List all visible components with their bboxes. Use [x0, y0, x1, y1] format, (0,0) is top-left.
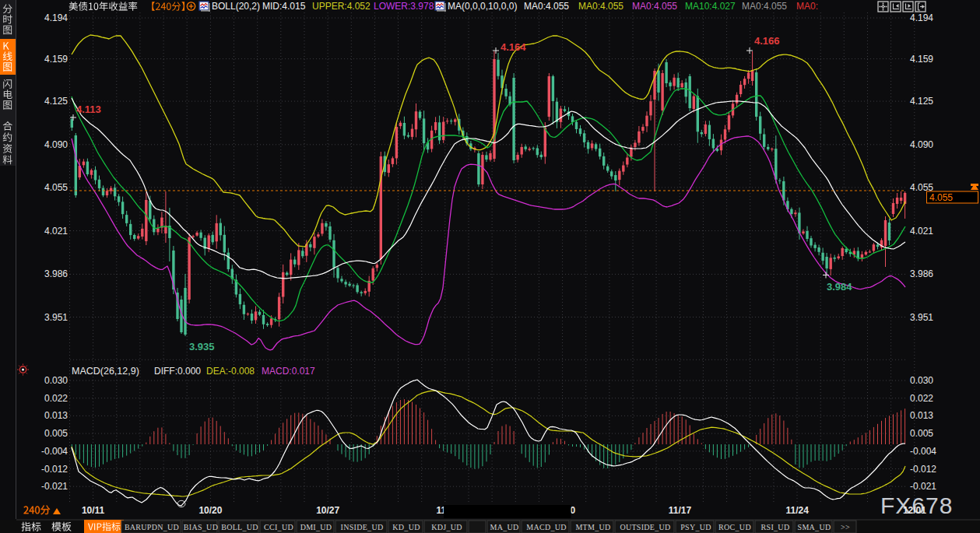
svg-text:3.951: 3.951: [910, 312, 933, 323]
svg-text:4.194: 4.194: [44, 12, 68, 23]
svg-text:UPPER:4.052: UPPER:4.052: [312, 1, 371, 12]
svg-text:ROC_UD: ROC_UD: [718, 523, 751, 531]
svg-text:SMA_UD: SMA_UD: [798, 523, 831, 531]
svg-text:10/27: 10/27: [316, 505, 339, 516]
svg-text:MA0:4.055: MA0:4.055: [632, 1, 677, 12]
svg-text:MA(0,0,0,10,0,0): MA(0,0,0,10,0,0): [448, 1, 517, 12]
svg-text:-0.012: -0.012: [910, 464, 936, 475]
svg-text:10/11: 10/11: [82, 505, 105, 516]
svg-text:BIAS_UD: BIAS_UD: [184, 523, 218, 531]
svg-text:4.159: 4.159: [910, 54, 933, 65]
svg-text:0.005: 0.005: [910, 428, 933, 439]
svg-text:0.013: 0.013: [44, 410, 68, 421]
svg-text:-0.004: -0.004: [910, 446, 936, 457]
svg-text:0.030: 0.030: [910, 375, 933, 386]
svg-text:-0.012: -0.012: [41, 464, 68, 475]
svg-text:4.090: 4.090: [910, 139, 933, 150]
svg-text:4.194: 4.194: [910, 12, 933, 23]
svg-text:MA0:4.055: MA0:4.055: [742, 1, 787, 12]
svg-text:MTM_UD: MTM_UD: [575, 523, 610, 531]
svg-text:4.090: 4.090: [44, 139, 68, 150]
svg-text:MA_UD: MA_UD: [490, 523, 518, 531]
svg-text:-0.021: -0.021: [910, 481, 936, 492]
svg-text:DEA:-0.008: DEA:-0.008: [206, 366, 255, 377]
svg-text:0.005: 0.005: [44, 428, 68, 439]
svg-text:3.935: 3.935: [189, 341, 215, 352]
svg-text:3.984: 3.984: [827, 281, 852, 293]
svg-text:0.013: 0.013: [910, 410, 933, 421]
svg-text:MA0:: MA0:: [796, 1, 818, 12]
svg-text:0.030: 0.030: [44, 375, 68, 386]
svg-text:0.022: 0.022: [44, 393, 68, 404]
svg-text:0.022: 0.022: [910, 393, 933, 404]
svg-text:DIFF:0.000: DIFF:0.000: [154, 366, 201, 377]
svg-text:4.021: 4.021: [910, 226, 933, 237]
svg-text:>>: >>: [841, 523, 850, 531]
svg-text:4.166: 4.166: [754, 35, 780, 47]
svg-text:4.055: 4.055: [910, 182, 933, 193]
svg-text:CCI_UD: CCI_UD: [264, 523, 293, 531]
svg-text:OUTSIDE_UD: OUTSIDE_UD: [620, 523, 670, 531]
svg-text:4.055: 4.055: [44, 182, 68, 193]
svg-text:DMI_UD: DMI_UD: [300, 523, 332, 531]
svg-text:MA0:4.055: MA0:4.055: [578, 1, 623, 12]
svg-text:KDJ_UD: KDJ_UD: [431, 523, 462, 531]
svg-text:3.986: 3.986: [910, 268, 933, 279]
svg-text:3.986: 3.986: [44, 268, 68, 279]
svg-text:MACD:0.017: MACD:0.017: [262, 366, 315, 377]
svg-text:RSI_UD: RSI_UD: [761, 523, 790, 531]
svg-text:INSIDE_UD: INSIDE_UD: [341, 523, 384, 531]
svg-text:11/24: 11/24: [786, 505, 810, 516]
svg-text:4.055: 4.055: [929, 192, 953, 203]
svg-text:MID:4.015: MID:4.015: [262, 1, 306, 12]
svg-text:BARUPDN_UD: BARUPDN_UD: [125, 523, 179, 531]
svg-text:11/17: 11/17: [669, 505, 692, 516]
svg-text:MA10:4.027: MA10:4.027: [685, 1, 736, 12]
svg-text:MACD(26,12,9): MACD(26,12,9): [72, 366, 139, 377]
svg-text:4.125: 4.125: [44, 96, 68, 107]
svg-text:KD_UD: KD_UD: [392, 523, 420, 531]
svg-text:10/20: 10/20: [198, 505, 222, 516]
svg-text:12/01: 12/01: [903, 505, 926, 516]
svg-text:-0.021: -0.021: [41, 481, 68, 492]
svg-text:4.125: 4.125: [910, 96, 933, 107]
svg-text:4.113: 4.113: [76, 103, 101, 115]
svg-text:MACD_UD: MACD_UD: [526, 523, 567, 531]
svg-text:PSY_UD: PSY_UD: [680, 523, 711, 531]
svg-text:-0.004: -0.004: [41, 446, 68, 457]
svg-text:4.159: 4.159: [44, 54, 68, 65]
svg-text:BOLL(20,2): BOLL(20,2): [212, 1, 260, 12]
svg-text:BOLL_UD: BOLL_UD: [221, 523, 258, 531]
svg-text:MA0:4.055: MA0:4.055: [524, 1, 569, 12]
svg-text:4.164: 4.164: [501, 41, 526, 53]
svg-text:4.021: 4.021: [44, 226, 68, 237]
svg-text:3.951: 3.951: [44, 312, 68, 323]
svg-text:LOWER:3.978: LOWER:3.978: [374, 1, 434, 12]
